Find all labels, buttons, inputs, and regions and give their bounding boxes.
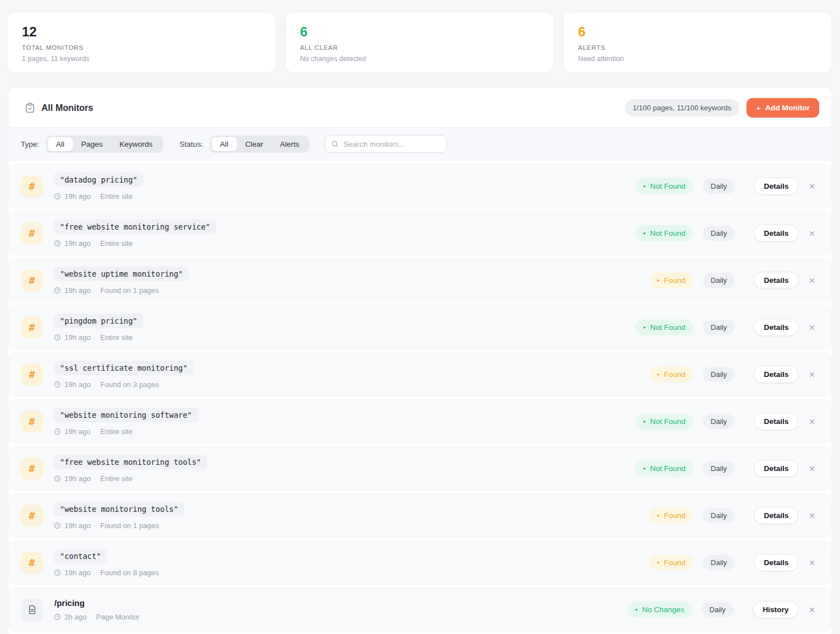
status-dot-icon: ●	[657, 514, 660, 518]
status-label: Not Found	[650, 464, 685, 473]
monitor-name: "website monitoring software"	[54, 408, 198, 422]
monitor-row: # "free website monitoring tools" 19h ag…	[8, 446, 832, 491]
clock-icon	[54, 334, 61, 341]
monitor-row: # "website monitoring software" 19h ago …	[8, 399, 832, 444]
details-button[interactable]: Details	[754, 413, 799, 430]
stat-card-all-clear: 6 ALL CLEAR No changes detected	[285, 12, 554, 73]
close-icon[interactable]: ✕	[809, 512, 815, 520]
status-option-alerts[interactable]: Alerts	[272, 137, 308, 151]
stat-label: ALERTS	[578, 44, 817, 51]
close-icon[interactable]: ✕	[809, 230, 815, 237]
last-checked-time: 19h ago	[64, 474, 91, 483]
clock-icon	[54, 287, 61, 294]
monitor-name: "datadog pricing"	[54, 173, 143, 187]
status-label: Not Found	[650, 323, 685, 332]
last-checked-time: 19h ago	[64, 239, 91, 248]
close-icon[interactable]: ✕	[809, 465, 815, 473]
monitor-name: "contact"	[54, 549, 107, 563]
status-badge: ● Not Found	[635, 413, 693, 430]
details-button[interactable]: Details	[754, 178, 799, 195]
monitor-row: # "free website monitoring service" 19h …	[8, 211, 832, 256]
status-option-clear[interactable]: Clear	[237, 137, 272, 151]
hash-icon: #	[29, 321, 35, 333]
clock-icon	[54, 475, 61, 482]
search-box	[325, 135, 447, 153]
status-dot-icon: ●	[643, 231, 646, 236]
stat-value: 12	[22, 25, 261, 39]
search-input[interactable]	[343, 140, 441, 148]
page-title: All Monitors	[41, 103, 93, 113]
close-icon[interactable]: ✕	[809, 559, 815, 567]
usage-badge: 1/100 pages, 11/100 keywords	[625, 99, 739, 116]
close-icon[interactable]: ✕	[809, 183, 815, 190]
hash-icon: #	[29, 463, 35, 474]
stat-subtext: No changes detected	[300, 55, 539, 63]
details-button[interactable]: Details	[754, 460, 799, 477]
details-button[interactable]: Details	[754, 319, 799, 336]
type-option-pages[interactable]: Pages	[73, 137, 111, 151]
stat-card-total-monitors: 12 TOTAL MONITORS 1 pages, 11 keywords	[7, 12, 276, 73]
status-label: Not Found	[650, 182, 685, 190]
status-label: Found	[664, 276, 685, 285]
status-dot-icon: ●	[643, 467, 646, 471]
monitor-row: # "website uptime monitoring" 19h ago Fo…	[8, 258, 832, 303]
stats-row: 12 TOTAL MONITORS 1 pages, 11 keywords 6…	[0, 0, 840, 73]
type-filter-label: Type:	[21, 140, 39, 148]
type-option-keywords[interactable]: Keywords	[111, 137, 161, 151]
status-badge: ● Found	[649, 554, 693, 571]
monitor-scope: Found on 8 pages	[100, 568, 159, 577]
monitor-row: # "website monitoring tools" 19h ago Fou…	[8, 493, 832, 538]
status-badge: ● No Changes	[627, 602, 692, 618]
add-monitor-button[interactable]: + Add Monitor	[746, 98, 819, 118]
status-filter-label: Status:	[180, 140, 203, 148]
close-icon[interactable]: ✕	[809, 371, 815, 379]
status-option-all[interactable]: All	[212, 137, 237, 151]
hash-icon: #	[29, 227, 35, 239]
status-dot-icon: ●	[643, 184, 646, 189]
monitor-name: "free website monitoring service"	[54, 220, 216, 234]
monitor-name: "free website monitoring tools"	[54, 455, 207, 469]
monitor-row: # "ssl certificate monitoring" 19h ago F…	[8, 352, 832, 397]
frequency-badge: Daily	[703, 508, 735, 523]
status-dot-icon: ●	[643, 419, 646, 424]
hash-icon: #	[29, 369, 35, 380]
close-icon[interactable]: ✕	[809, 606, 815, 614]
stat-label: ALL CLEAR	[300, 44, 539, 51]
plus-icon: +	[756, 103, 761, 113]
monitor-row: # "pingdom pricing" 19h ago Entire site …	[8, 305, 832, 350]
clock-icon	[54, 613, 61, 621]
status-label: Not Found	[650, 229, 685, 237]
last-checked-time: 19h ago	[64, 568, 91, 577]
frequency-badge: Daily	[703, 320, 735, 335]
details-button[interactable]: Details	[754, 554, 799, 571]
stat-value: 6	[300, 25, 539, 39]
details-button[interactable]: Details	[754, 225, 799, 242]
clipboard-check-icon	[25, 102, 35, 113]
document-icon	[27, 604, 38, 615]
details-button[interactable]: Details	[754, 366, 799, 383]
history-button[interactable]: History	[753, 601, 799, 618]
close-icon[interactable]: ✕	[809, 277, 815, 285]
details-button[interactable]: Details	[754, 272, 799, 289]
clock-icon	[54, 240, 61, 247]
last-checked-time: 19h ago	[64, 192, 91, 201]
monitor-scope: Entire site	[100, 192, 133, 201]
type-option-all[interactable]: All	[48, 137, 73, 151]
details-button[interactable]: Details	[754, 507, 799, 524]
frequency-badge: Daily	[703, 179, 735, 194]
monitor-name: /pricing	[54, 598, 85, 608]
status-dot-icon: ●	[635, 608, 638, 612]
last-checked-time: 19h ago	[64, 286, 91, 295]
close-icon[interactable]: ✕	[809, 324, 815, 332]
status-dot-icon: ●	[657, 372, 660, 377]
monitor-name: "website uptime monitoring"	[54, 267, 189, 281]
monitor-name: "pingdom pricing"	[54, 314, 143, 328]
status-dot-icon: ●	[657, 561, 660, 565]
close-icon[interactable]: ✕	[809, 418, 815, 426]
all-monitors-panel: All Monitors 1/100 pages, 11/100 keyword…	[8, 87, 832, 634]
monitor-name: "website monitoring tools"	[54, 502, 184, 516]
clock-icon	[54, 428, 61, 435]
status-dot-icon: ●	[657, 278, 660, 283]
monitor-scope: Found on 3 pages	[100, 380, 159, 389]
status-label: Found	[664, 511, 685, 520]
